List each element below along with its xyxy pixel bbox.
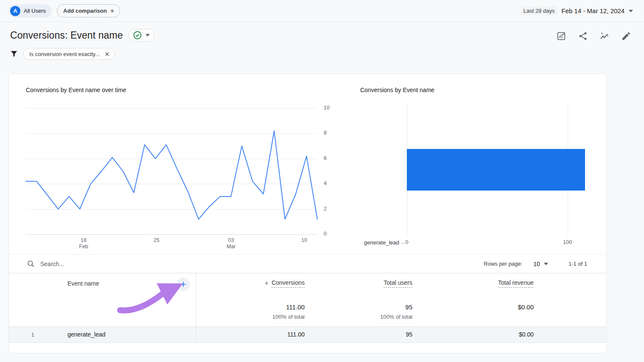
totals-conversions: 111.00 (197, 303, 305, 311)
add-dimension-button[interactable] (176, 278, 190, 291)
bar-chart-plot: 0100 (407, 102, 603, 236)
chevron-down-icon (146, 34, 150, 36)
pagination-range: 1-1 of 1 (568, 261, 587, 267)
insights-icon[interactable] (599, 31, 610, 41)
table-row[interactable]: 1 generate_lead 111.00 95 $0.00 (9, 326, 606, 343)
table-header: Event name Conversions Total users Total… (9, 273, 606, 326)
cell-conversions: 111.00 (197, 327, 305, 342)
filter-bar: Is conversion event exactly... (9, 48, 115, 60)
search-box[interactable] (27, 260, 484, 268)
bar-category-label: generate_lead (340, 239, 399, 246)
page-title: Conversions: Event name (10, 30, 123, 41)
x-axis-label: 25 (154, 237, 160, 244)
rows-per-page-select[interactable]: 10 (533, 261, 548, 267)
totals-revenue: $0.00 (412, 303, 534, 311)
plus-icon: + (110, 7, 115, 14)
avatar: A (10, 6, 20, 16)
search-icon (27, 260, 35, 268)
chevron-down-icon (544, 263, 548, 265)
y-gridline (26, 234, 317, 235)
plus-icon (179, 280, 188, 289)
line-chart-title: Conversions by Event name over time (26, 87, 126, 93)
column-divider (196, 273, 196, 343)
date-range-text: Feb 14 - Mar 12, 2024 (562, 7, 624, 14)
column-header-event-name[interactable]: Event name (67, 280, 99, 287)
bar-chart-title: Conversions by Event name (360, 87, 434, 93)
pagination-controls: Rows per page: 10 1-1 of 1 (484, 261, 587, 267)
sort-descending-icon (264, 280, 269, 286)
x-axis-label: 03Mar (227, 237, 236, 250)
segment-chip-all-users[interactable]: A All Users (8, 4, 52, 17)
segment-label: All Users (24, 8, 46, 14)
conversions-line-series (26, 108, 317, 234)
add-comparison-button[interactable]: Add comparison + (57, 4, 120, 17)
report-header: Conversions: Event name (10, 29, 154, 42)
rows-per-page-label: Rows per page: (484, 261, 522, 267)
share-icon[interactable] (578, 31, 588, 41)
y-axis-label: 8 (324, 130, 338, 136)
column-header-total-revenue[interactable]: Total revenue (412, 279, 534, 286)
column-header-conversions[interactable]: Conversions (197, 279, 305, 286)
date-range-picker[interactable]: Last 28 days Feb 14 - Mar 12, 2024 (521, 6, 633, 15)
bar-generate-lead (407, 149, 585, 191)
close-icon[interactable] (104, 51, 110, 57)
date-preset-tag: Last 28 days (521, 6, 557, 15)
totals-users: 95 (305, 303, 412, 311)
edit-icon[interactable] (621, 31, 631, 41)
x-axis-label: 10 (301, 237, 307, 244)
totals-users-pct: 100% of total (305, 314, 412, 320)
comparison-bar: A All Users Add comparison + Last 28 day… (0, 0, 644, 22)
x-axis-label: 18Feb (79, 237, 88, 250)
check-circle-icon (133, 31, 142, 40)
line-chart-plot: 024681018Feb2503Mar10 (26, 108, 317, 234)
x-axis-label: 100 (563, 239, 572, 246)
report-card: Conversions by Event name over time 0246… (8, 73, 607, 354)
cell-total-users: 95 (305, 327, 412, 342)
report-actions (556, 31, 631, 41)
cell-total-revenue: $0.00 (412, 327, 534, 342)
table-toolbar: Rows per page: 10 1-1 of 1 (9, 254, 606, 273)
row-index: 1 (9, 327, 34, 342)
y-axis-label: 6 (324, 155, 338, 161)
y-axis-label: 0 (324, 231, 338, 237)
customize-report-icon[interactable] (556, 31, 566, 41)
filter-icon (9, 49, 19, 59)
bar-category-tick (401, 243, 404, 244)
conversion-badge-dropdown[interactable] (128, 29, 154, 42)
search-input[interactable] (40, 261, 168, 267)
filter-chip[interactable]: Is conversion event exactly... (23, 48, 115, 60)
y-axis-label: 4 (324, 180, 338, 186)
y-axis-label: 2 (324, 206, 338, 212)
totals-conversions-pct: 100% of total (197, 314, 305, 320)
y-axis-label: 10 (324, 105, 338, 111)
x-axis-label: 0 (406, 239, 409, 246)
chevron-down-icon (629, 10, 633, 12)
cell-event-name: generate_lead (67, 327, 106, 342)
column-header-total-users[interactable]: Total users (305, 279, 412, 286)
ga4-conversions-report: A All Users Add comparison + Last 28 day… (0, 0, 644, 362)
